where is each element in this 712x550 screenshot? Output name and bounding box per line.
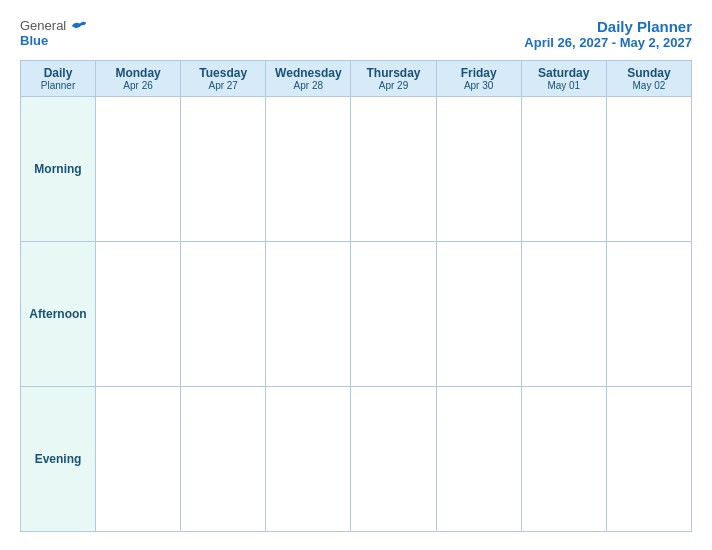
cell-evening-thursday[interactable] [351,387,436,532]
cell-evening-tuesday[interactable] [181,387,266,532]
date-range: April 26, 2027 - May 2, 2027 [524,35,692,50]
header-sunday: Sunday May 02 [606,61,691,97]
header-wednesday: Wednesday Apr 28 [266,61,351,97]
header-label-cell: Daily Planner [21,61,96,97]
page-title: Daily Planner [524,18,692,35]
logo-bird-icon [70,19,88,33]
cell-morning-monday[interactable] [96,97,181,242]
header-thursday: Thursday Apr 29 [351,61,436,97]
cell-evening-sunday[interactable] [606,387,691,532]
cell-evening-saturday[interactable] [521,387,606,532]
cell-afternoon-sunday[interactable] [606,242,691,387]
logo-blue-text: Blue [20,33,48,48]
cell-afternoon-monday[interactable] [96,242,181,387]
label-morning: Morning [21,97,96,242]
cell-morning-sunday[interactable] [606,97,691,242]
header-label-planner: Planner [24,80,92,91]
cell-morning-thursday[interactable] [351,97,436,242]
cell-morning-saturday[interactable] [521,97,606,242]
cell-morning-tuesday[interactable] [181,97,266,242]
page-header: General Blue Daily Planner April 26, 202… [20,18,692,50]
row-afternoon: Afternoon [21,242,692,387]
logo: General [20,18,88,33]
cell-evening-friday[interactable] [436,387,521,532]
title-area: Daily Planner April 26, 2027 - May 2, 20… [524,18,692,50]
cell-morning-wednesday[interactable] [266,97,351,242]
header-monday: Monday Apr 26 [96,61,181,97]
planner-table: Daily Planner Monday Apr 26 Tuesday Apr … [20,60,692,532]
row-evening: Evening [21,387,692,532]
cell-afternoon-thursday[interactable] [351,242,436,387]
header-label-daily: Daily [24,66,92,80]
header-saturday: Saturday May 01 [521,61,606,97]
cell-morning-friday[interactable] [436,97,521,242]
cell-evening-monday[interactable] [96,387,181,532]
cell-afternoon-saturday[interactable] [521,242,606,387]
logo-area: General Blue [20,18,88,48]
row-morning: Morning [21,97,692,242]
cell-evening-wednesday[interactable] [266,387,351,532]
cell-afternoon-tuesday[interactable] [181,242,266,387]
cell-afternoon-wednesday[interactable] [266,242,351,387]
header-tuesday: Tuesday Apr 27 [181,61,266,97]
label-evening: Evening [21,387,96,532]
header-friday: Friday Apr 30 [436,61,521,97]
cell-afternoon-friday[interactable] [436,242,521,387]
label-afternoon: Afternoon [21,242,96,387]
logo-general-text: General [20,18,66,33]
table-header-row: Daily Planner Monday Apr 26 Tuesday Apr … [21,61,692,97]
